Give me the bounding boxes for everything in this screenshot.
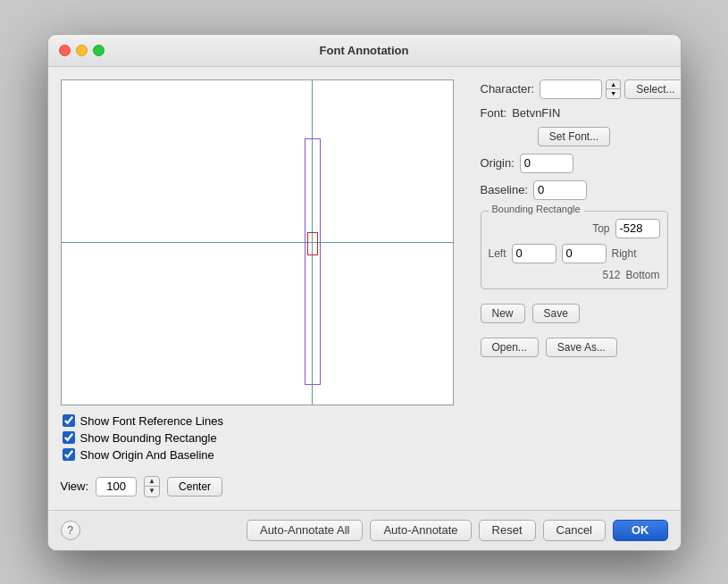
view-increment-btn[interactable]: ▲ bbox=[145, 477, 159, 487]
cancel-button[interactable]: Cancel bbox=[543, 520, 606, 541]
show-font-reference-row: Show Font Reference Lines bbox=[63, 414, 468, 428]
right-input[interactable] bbox=[562, 244, 607, 263]
left-right-row: Left Right bbox=[489, 244, 660, 263]
character-decrement-btn[interactable]: ▼ bbox=[607, 89, 620, 98]
baseline-row: Baseline: bbox=[481, 180, 668, 200]
font-row: Font: BetvnFIN bbox=[481, 106, 668, 120]
reset-button[interactable]: Reset bbox=[479, 520, 536, 541]
show-origin-baseline-label: Show Origin And Baseline bbox=[80, 448, 214, 462]
show-bounding-rect-checkbox[interactable] bbox=[63, 431, 75, 444]
baseline-label: Baseline: bbox=[481, 183, 528, 196]
character-row: Character: ▲ ▼ Select... bbox=[481, 79, 668, 99]
view-decrement-btn[interactable]: ▼ bbox=[145, 487, 159, 496]
window-title: Font Annotation bbox=[320, 44, 409, 57]
font-name: BetvnFIN bbox=[512, 106, 560, 120]
titlebar: Font Annotation bbox=[48, 35, 681, 67]
auto-annotate-button[interactable]: Auto-Annotate bbox=[370, 520, 471, 541]
minimize-button[interactable] bbox=[76, 45, 88, 56]
set-font-button[interactable]: Set Font... bbox=[538, 127, 610, 146]
new-save-row: New Save bbox=[481, 304, 668, 323]
character-input[interactable] bbox=[540, 79, 602, 99]
ok-button[interactable]: OK bbox=[613, 520, 668, 541]
show-font-reference-checkbox[interactable] bbox=[63, 414, 75, 427]
new-button[interactable]: New bbox=[481, 304, 525, 323]
origin-label: Origin: bbox=[481, 156, 515, 170]
show-origin-baseline-row: Show Origin And Baseline bbox=[63, 448, 468, 462]
open-button[interactable]: Open... bbox=[481, 338, 539, 357]
view-row: View: ▲ ▼ Center bbox=[61, 476, 468, 497]
bounding-rectangle-group: Bounding Rectangle Top Left Right 512 Bo… bbox=[481, 211, 668, 289]
character-rect bbox=[307, 232, 318, 254]
view-stepper[interactable]: ▲ ▼ bbox=[144, 476, 160, 497]
bottom-bar: ? Auto-Annotate All Auto-Annotate Reset … bbox=[48, 510, 681, 550]
bounding-legend: Bounding Rectangle bbox=[489, 204, 584, 214]
horizontal-guide-line bbox=[62, 242, 453, 243]
top-row: Top bbox=[489, 219, 660, 238]
open-saveas-row: Open... Save As... bbox=[481, 338, 668, 357]
origin-row: Origin: bbox=[481, 154, 668, 173]
top-input[interactable] bbox=[615, 219, 660, 238]
close-button[interactable] bbox=[59, 45, 71, 56]
right-panel: Character: ▲ ▼ Select... Font: BetvnFIN … bbox=[481, 79, 668, 497]
main-content: Show Font Reference Lines Show Bounding … bbox=[48, 67, 681, 510]
left-input[interactable] bbox=[512, 244, 556, 263]
character-stepper[interactable]: ▲ ▼ bbox=[606, 79, 621, 99]
left-panel: Show Font Reference Lines Show Bounding … bbox=[61, 79, 468, 497]
character-increment-btn[interactable]: ▲ bbox=[607, 80, 620, 89]
set-font-row: Set Font... bbox=[481, 127, 668, 146]
checkboxes-group: Show Font Reference Lines Show Bounding … bbox=[61, 414, 468, 462]
left-label: Left bbox=[489, 247, 506, 260]
baseline-input[interactable] bbox=[533, 180, 587, 200]
font-annotation-window: Font Annotation Show Font Reference Line… bbox=[47, 34, 682, 551]
view-input[interactable] bbox=[96, 477, 137, 496]
character-label: Character: bbox=[481, 82, 535, 96]
view-label: View: bbox=[61, 480, 89, 493]
origin-input[interactable] bbox=[520, 154, 573, 173]
auto-annotate-all-button[interactable]: Auto-Annotate All bbox=[247, 520, 363, 541]
bottom-row: 512 Bottom bbox=[489, 269, 660, 281]
top-label: Top bbox=[489, 222, 610, 235]
save-as-button[interactable]: Save As... bbox=[546, 338, 617, 357]
bottom-label: Bottom bbox=[625, 269, 659, 281]
traffic-lights bbox=[59, 45, 105, 56]
show-font-reference-label: Show Font Reference Lines bbox=[80, 414, 223, 428]
help-button[interactable]: ? bbox=[61, 521, 80, 540]
right-label: Right bbox=[612, 247, 637, 260]
maximize-button[interactable] bbox=[93, 45, 105, 56]
font-bounding-rect bbox=[305, 138, 321, 385]
bottom-value-label: 512 bbox=[489, 269, 621, 281]
select-button[interactable]: Select... bbox=[624, 79, 681, 99]
center-button[interactable]: Center bbox=[167, 477, 222, 496]
font-label: Font: bbox=[481, 106, 507, 120]
character-input-group: ▲ ▼ Select... bbox=[540, 79, 681, 99]
show-bounding-rect-label: Show Bounding Rectangle bbox=[80, 431, 217, 445]
show-bounding-rect-row: Show Bounding Rectangle bbox=[63, 431, 468, 445]
show-origin-baseline-checkbox[interactable] bbox=[63, 448, 75, 461]
canvas-area bbox=[61, 79, 454, 405]
save-button[interactable]: Save bbox=[532, 304, 580, 323]
